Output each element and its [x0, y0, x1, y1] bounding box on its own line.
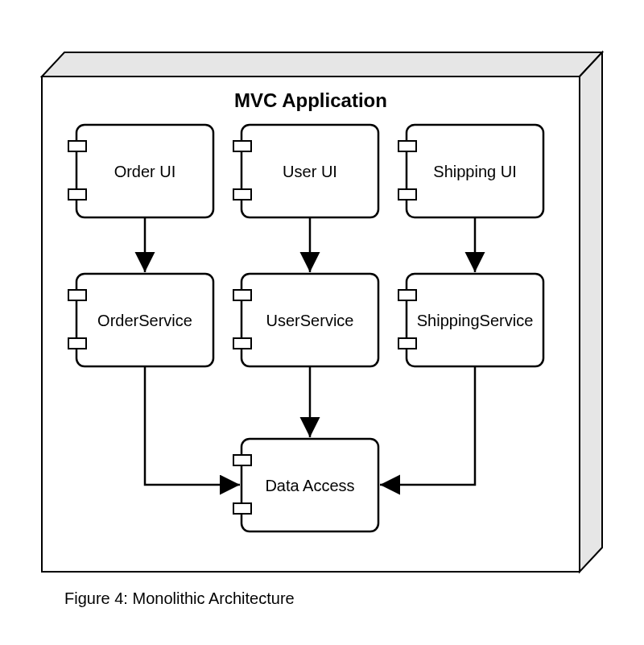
svg-rect-5	[68, 189, 86, 200]
svg-rect-13	[68, 290, 86, 300]
component-label: User UI	[283, 163, 337, 180]
component-label: Order UI	[114, 163, 176, 180]
component-label: ShippingService	[417, 312, 534, 329]
svg-rect-23	[233, 503, 251, 514]
architecture-diagram: MVC Application Order UI User UI Shippin…	[0, 0, 644, 645]
svg-rect-16	[233, 290, 251, 300]
svg-marker-1	[580, 52, 602, 572]
figure-caption: Figure 4: Monolithic Architecture	[64, 589, 295, 607]
svg-rect-19	[398, 290, 416, 300]
diagram-title: MVC Application	[234, 89, 387, 111]
svg-rect-4	[68, 141, 86, 151]
component-label: Shipping UI	[433, 163, 516, 180]
svg-rect-22	[233, 455, 251, 465]
svg-rect-14	[68, 338, 86, 349]
svg-rect-8	[233, 189, 251, 200]
component-user-service: UserService	[233, 274, 378, 366]
svg-marker-0	[42, 52, 602, 76]
component-user-ui: User UI	[233, 125, 378, 217]
component-order-ui: Order UI	[68, 125, 213, 217]
svg-rect-7	[233, 141, 251, 151]
svg-rect-17	[233, 338, 251, 349]
component-label: Data Access	[265, 477, 354, 494]
component-label: UserService	[266, 312, 354, 329]
svg-rect-10	[398, 141, 416, 151]
component-order-service: OrderService	[68, 274, 213, 366]
component-shipping-service: ShippingService	[398, 274, 543, 366]
component-label: OrderService	[97, 312, 192, 329]
svg-rect-20	[398, 338, 416, 349]
svg-rect-11	[398, 189, 416, 200]
component-data-access: Data Access	[233, 439, 378, 531]
component-shipping-ui: Shipping UI	[398, 125, 543, 217]
